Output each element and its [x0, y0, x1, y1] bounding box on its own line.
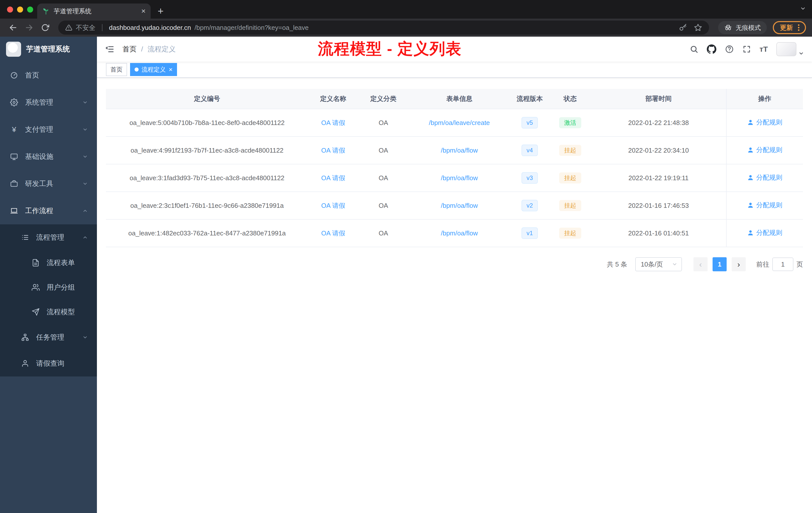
- browser-tab[interactable]: 芋道管理系统 ×: [37, 3, 151, 19]
- version-badge: v1: [522, 228, 538, 239]
- pagination-prev-button[interactable]: ‹: [694, 257, 707, 271]
- users-icon: [32, 283, 40, 292]
- bookmark-star-icon[interactable]: [694, 24, 702, 32]
- search-icon[interactable]: [690, 45, 698, 54]
- sidebar-item-system[interactable]: 系统管理: [0, 89, 97, 116]
- browser-tab-strip: 芋道管理系统 × +: [0, 0, 812, 19]
- sidebar-item-workflow[interactable]: 工作流程: [0, 197, 97, 224]
- column-header-definition-id: 定义编号: [106, 89, 308, 109]
- definition-name-link[interactable]: OA 请假: [321, 230, 345, 237]
- sidebar-item-task-management[interactable]: 任务管理: [0, 324, 97, 350]
- window-zoom-button[interactable]: [27, 6, 33, 12]
- definition-name-link[interactable]: OA 请假: [321, 147, 345, 154]
- window-close-button[interactable]: [7, 6, 13, 12]
- cell-deploy-time: 2022-01-22 19:19:11: [591, 164, 726, 192]
- assign-rule-link[interactable]: 分配规则: [747, 201, 782, 210]
- tag-process-definition[interactable]: 流程定义 ×: [130, 63, 177, 76]
- avatar: [776, 42, 796, 56]
- sidebar-logo[interactable]: 芋道管理系统: [0, 37, 97, 62]
- sidebar-item-leave-query[interactable]: 请假查询: [0, 350, 97, 376]
- sidebar-item-label: 流程管理: [36, 233, 75, 242]
- cell-category: OA: [358, 164, 408, 192]
- main-area: 首页 / 流程定义 流程模型 - 定义列表: [97, 37, 812, 513]
- assign-rule-link[interactable]: 分配规则: [747, 146, 782, 154]
- sidebar-item-process-model[interactable]: 流程模型: [0, 300, 97, 324]
- new-tab-button[interactable]: +: [158, 6, 164, 16]
- sidebar-item-user-group[interactable]: 用户分组: [0, 275, 97, 300]
- form-info-link[interactable]: /bpm/oa/flow: [441, 174, 478, 182]
- sidebar-item-process-management[interactable]: 流程管理: [0, 224, 97, 250]
- laptop-icon: [10, 207, 18, 215]
- definition-name-link[interactable]: OA 请假: [321, 119, 345, 126]
- hamburger-icon[interactable]: [105, 44, 115, 54]
- address-bar[interactable]: 不安全 dashboard.yudao.iocoder.cn /bpm/mana…: [58, 21, 709, 35]
- reload-icon[interactable]: [38, 21, 52, 35]
- goto-unit: 页: [796, 260, 803, 269]
- assign-rule-link[interactable]: 分配规则: [747, 118, 782, 127]
- logo-title: 芋道管理系统: [26, 44, 70, 54]
- chevron-up-icon: [82, 208, 88, 214]
- tag-close-icon[interactable]: ×: [169, 66, 173, 73]
- tab-close-icon[interactable]: ×: [141, 7, 146, 15]
- help-icon[interactable]: [725, 45, 734, 54]
- incognito-badge: 无痕模式: [718, 21, 767, 34]
- person-icon: [747, 147, 754, 153]
- forward-icon[interactable]: [22, 21, 36, 35]
- person-icon: [747, 119, 754, 126]
- cell-definition-id: oa_leave:4:991f2193-7b7f-11ec-a3c8-acde4…: [106, 137, 308, 164]
- sidebar: 芋道管理系统 首页 系统管理 ¥ 支付管理 基础设施: [0, 37, 97, 513]
- definition-name-link[interactable]: OA 请假: [321, 202, 345, 209]
- sidebar-item-devtools[interactable]: 研发工具: [0, 170, 97, 197]
- monitor-icon: [10, 153, 18, 161]
- form-info-link[interactable]: /bpm/oa/leave/create: [429, 119, 490, 126]
- form-info-link[interactable]: /bpm/oa/flow: [441, 202, 478, 209]
- assign-rule-label: 分配规则: [756, 146, 782, 154]
- page-header: 首页 / 流程定义 流程模型 - 定义列表: [97, 37, 812, 62]
- avatar-caret-icon: [799, 51, 804, 56]
- window-minimize-button[interactable]: [17, 6, 23, 12]
- sidebar-item-home[interactable]: 首页: [0, 62, 97, 89]
- goto-page-input[interactable]: [772, 258, 793, 271]
- fullscreen-icon[interactable]: [743, 45, 751, 54]
- pagination-page-1[interactable]: 1: [713, 257, 727, 271]
- tab-search-icon[interactable]: [800, 4, 806, 13]
- column-header-actions: 操作: [726, 89, 803, 109]
- user-avatar-menu[interactable]: [776, 42, 804, 56]
- version-badge: v5: [522, 117, 538, 128]
- form-info-link[interactable]: /bpm/oa/flow: [441, 230, 478, 237]
- browser-update-button[interactable]: 更新: [773, 21, 806, 34]
- sidebar-item-infrastructure[interactable]: 基础设施: [0, 143, 97, 170]
- assign-rule-link[interactable]: 分配规则: [747, 229, 782, 237]
- page-annotation: 流程模型 - 定义列表: [318, 38, 462, 59]
- sidebar-item-payment[interactable]: ¥ 支付管理: [0, 116, 97, 143]
- password-key-icon[interactable]: [679, 24, 687, 32]
- breadcrumb-home[interactable]: 首页: [122, 44, 137, 54]
- tag-home[interactable]: 首页: [106, 63, 127, 76]
- chevron-down-icon: [82, 181, 88, 186]
- github-icon[interactable]: [707, 44, 716, 54]
- version-badge: v2: [522, 200, 538, 211]
- sidebar-item-process-form[interactable]: 流程表单: [0, 250, 97, 275]
- table-row: oa_leave:4:991f2193-7b7f-11ec-a3c8-acde4…: [106, 137, 803, 164]
- assign-rule-label: 分配规则: [756, 229, 782, 237]
- status-badge: 挂起: [559, 173, 581, 183]
- security-label: 不安全: [76, 23, 95, 32]
- chevron-down-icon: [82, 127, 88, 132]
- back-icon[interactable]: [6, 21, 20, 35]
- cell-deploy-time: 2022-01-16 17:46:53: [591, 192, 726, 219]
- workflow-submenu: 流程管理 流程表单 用户分组 流程模型 任务管理: [0, 224, 97, 376]
- status-badge: 挂起: [559, 200, 581, 211]
- pagination-next-button[interactable]: ›: [732, 257, 746, 271]
- form-info-link[interactable]: /bpm/oa/flow: [441, 147, 478, 154]
- table-row: oa_leave:5:004b710b-7b8a-11ec-8ef0-acde4…: [106, 109, 803, 137]
- definition-name-link[interactable]: OA 请假: [321, 174, 345, 182]
- browser-menu-kebab-icon[interactable]: [798, 27, 800, 28]
- sidebar-item-label: 工作流程: [25, 206, 75, 216]
- table-row: oa_leave:2:3c1f0ef1-76b1-11ec-9c66-a2380…: [106, 192, 803, 219]
- page-size-select[interactable]: 10条/页: [635, 257, 682, 271]
- briefcase-icon: [10, 180, 18, 188]
- font-size-icon[interactable]: тT: [759, 45, 768, 54]
- assign-rule-link[interactable]: 分配规则: [747, 173, 782, 182]
- omnibox-divider: [102, 24, 103, 31]
- person-icon: [747, 175, 754, 181]
